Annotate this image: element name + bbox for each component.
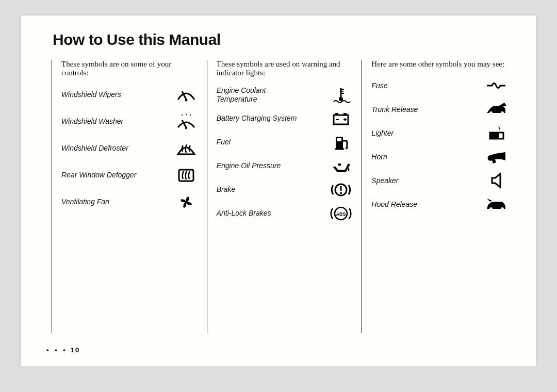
coolant-temp-icon <box>330 86 352 104</box>
symbol-label: Brake <box>217 185 236 193</box>
brake-icon <box>330 181 352 199</box>
svg-rect-29 <box>490 133 499 139</box>
horn-icon <box>485 148 507 166</box>
svg-rect-18 <box>337 138 341 141</box>
symbol-label: Ventilating Fan <box>61 198 109 206</box>
fuel-icon <box>330 134 352 151</box>
symbol-label: Fuel <box>217 138 231 146</box>
column-intro: These symbols are used on warning and in… <box>217 60 353 78</box>
list-item: Windshield Defroster <box>61 140 198 157</box>
svg-point-5 <box>185 201 187 203</box>
symbol-label: Hood Release <box>371 200 417 208</box>
list-item: Engine Oil Pressure <box>217 157 353 175</box>
symbol-label: Engine Coolant Temperature <box>217 86 304 103</box>
speaker-icon <box>485 172 507 189</box>
symbol-label: Fuse <box>371 81 387 90</box>
symbol-label: Lighter <box>371 129 394 137</box>
svg-point-30 <box>489 207 493 210</box>
list-item: Hood Release <box>371 195 507 213</box>
list-item: Horn <box>371 148 507 166</box>
svg-point-27 <box>501 111 504 115</box>
defroster-icon <box>175 140 198 157</box>
list-item: Brake <box>217 181 353 199</box>
svg-point-7 <box>339 97 343 101</box>
symbol-label: Anti-Lock Brakes <box>217 209 271 217</box>
page-title: How to Use this Manual <box>53 31 511 48</box>
svg-rect-12 <box>335 113 338 115</box>
svg-text:ABS: ABS <box>336 211 346 217</box>
list-item: Anti-Lock Brakes ABS <box>217 205 353 222</box>
list-item: Battery Charging System <box>217 110 353 127</box>
washer-icon <box>175 113 198 130</box>
wiper-icon <box>175 86 198 104</box>
symbol-label: Windshield Washer <box>61 117 123 125</box>
battery-icon <box>330 110 352 127</box>
content-columns: These symbols are on some of your contro… <box>52 60 511 333</box>
column-other-symbols: Here are some other symbols you may see:… <box>362 60 511 333</box>
list-item: Engine Coolant Temperature <box>217 86 353 104</box>
svg-point-26 <box>489 111 493 115</box>
fan-icon <box>175 193 198 211</box>
svg-point-3 <box>185 126 187 128</box>
symbol-label: Speaker <box>371 176 398 185</box>
column-intro: Here are some other symbols you may see: <box>371 60 507 69</box>
list-item: Windshield Wipers <box>61 86 198 104</box>
symbol-label: Engine Oil Pressure <box>217 161 281 170</box>
column-controls: These symbols are on some of your contro… <box>52 60 207 333</box>
symbol-label: Horn <box>371 153 387 161</box>
svg-rect-20 <box>338 164 341 166</box>
symbol-label: Battery Charging System <box>217 114 297 122</box>
list-item: Speaker <box>371 172 507 189</box>
list-item: Rear Window Defogger <box>61 167 198 184</box>
svg-point-31 <box>501 207 504 210</box>
hood-release-icon <box>485 195 507 213</box>
oil-icon <box>330 157 352 175</box>
svg-point-23 <box>340 192 342 194</box>
symbol-label: Windshield Defroster <box>61 144 128 152</box>
abs-icon: ABS <box>330 205 352 222</box>
svg-point-1 <box>185 99 187 101</box>
svg-rect-13 <box>343 113 347 115</box>
list-item: Windshield Washer <box>61 113 198 130</box>
page-number: • • •10 <box>46 346 80 354</box>
lighter-icon <box>485 124 507 142</box>
symbol-label: Rear Window Defogger <box>61 171 136 179</box>
symbol-label: Windshield Wipers <box>61 90 121 99</box>
rear-defogger-icon <box>175 167 198 184</box>
trunk-release-icon <box>485 101 507 118</box>
list-item: Trunk Release <box>371 101 507 118</box>
list-item: Lighter <box>371 124 507 142</box>
column-intro: These symbols are on some of your contro… <box>61 60 198 78</box>
list-item: Ventilating Fan <box>61 193 198 211</box>
list-item: Fuse <box>371 77 507 94</box>
symbol-label: Trunk Release <box>371 105 418 113</box>
svg-line-0 <box>182 91 186 100</box>
column-warning-lights: These symbols are used on warning and in… <box>207 60 362 333</box>
manual-page: How to Use this Manual These symbols are… <box>21 15 536 366</box>
list-item: Fuel <box>217 134 353 151</box>
fuse-icon <box>485 77 507 94</box>
